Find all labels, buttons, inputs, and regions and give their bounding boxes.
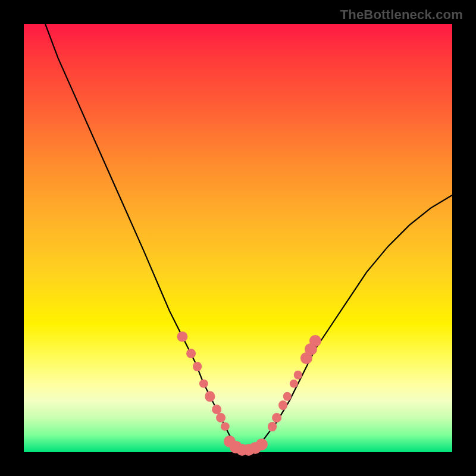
watermark-text: TheBottleneck.com [340, 7, 463, 23]
bottleneck-curve [45, 24, 452, 452]
marker-dot [278, 400, 288, 410]
marker-dot [193, 362, 202, 371]
marker-dot [309, 335, 321, 347]
marker-dot [177, 331, 187, 342]
marker-dot [272, 413, 281, 422]
marker-dot [283, 392, 292, 400]
marker-dot [268, 422, 277, 431]
marker-dot [289, 380, 298, 388]
marker-dot [221, 422, 229, 431]
plot-area [24, 24, 452, 452]
marker-dot [205, 392, 215, 402]
marker-dot [186, 349, 196, 358]
curve-svg [24, 24, 452, 452]
marker-dot [256, 439, 268, 450]
marker-dot [199, 380, 208, 388]
marker-dot [294, 371, 302, 379]
marker-dot [216, 413, 226, 422]
